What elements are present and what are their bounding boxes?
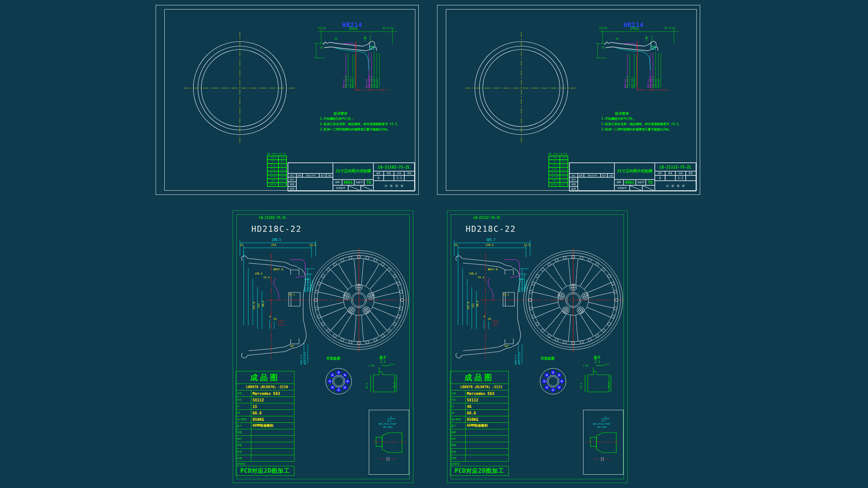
parts-table: 成品图 LB9876（BL9876）-2110 车型Mercedes E63 P… bbox=[236, 371, 294, 476]
tol-cell: ±0.2 bbox=[560, 164, 568, 167]
table-row: 日期 bbox=[236, 455, 294, 462]
dim-overall: 254±1 bbox=[349, 27, 358, 30]
sign-area bbox=[578, 177, 614, 191]
drawing-title: 21寸正向两片式轮辋 bbox=[333, 163, 373, 180]
scale-value: 1:1 bbox=[394, 175, 404, 181]
tol-cell: 角度公差 bbox=[267, 183, 278, 186]
tech-note: 技术要求: bbox=[450, 462, 509, 466]
valve-line-3: (O2-L6D) bbox=[383, 426, 393, 429]
rev-header: 签字 bbox=[319, 173, 326, 177]
tol-cell: <3 bbox=[549, 160, 560, 164]
table-row: 设计载荷850KG bbox=[450, 416, 509, 423]
rev-header: 签字 bbox=[601, 173, 608, 177]
dim-overall: 280.5 bbox=[272, 239, 281, 242]
part-number: LB9876（BL9876）-2111 bbox=[450, 384, 509, 390]
dim-angle-left: 17°±2 bbox=[599, 27, 607, 30]
table-row: 校对 bbox=[450, 436, 509, 442]
sign-row-label: 审核 bbox=[288, 182, 296, 186]
pages-cell: 共 页 第 页 bbox=[655, 181, 696, 191]
dim-flange-right: 13.5 bbox=[309, 244, 316, 247]
dim-inner: 278.2 bbox=[485, 244, 493, 247]
part-number: LB9876（BL9876）-2110 bbox=[236, 384, 294, 390]
row-value: Mercedes E63 bbox=[251, 390, 294, 396]
dim-left-vert-1: 112 bbox=[472, 303, 474, 308]
row-label: 设计载荷 bbox=[236, 416, 251, 422]
material-label: 材料 bbox=[614, 180, 624, 185]
table-row: 审核 bbox=[236, 442, 294, 449]
cap-label: 盖子 bbox=[594, 356, 601, 360]
sign-row-label: 批准 bbox=[288, 186, 296, 191]
row-label: ET bbox=[450, 403, 466, 409]
doc-number: LB-2110Z-75-ZL bbox=[373, 163, 415, 171]
tolerance-table-caption: 附表：其他尺寸未注公差 bbox=[548, 153, 567, 155]
dim-right-dia-0: Φ465.0-0.05 bbox=[519, 278, 521, 292]
cap-dim-1: 5.9 bbox=[390, 363, 394, 366]
barrel-profile bbox=[323, 41, 376, 51]
hub-view-label: 安装盘图 bbox=[541, 357, 555, 360]
row-value bbox=[466, 436, 508, 442]
doc-number: LB-2111Z-75-ZL bbox=[655, 163, 696, 171]
dia-label: Φ508.2±0.4 bbox=[653, 77, 654, 88]
tolerance-table: 尺寸区分 公差 <3±0.1 3-30±0.2 30-60±0.3 60-120… bbox=[548, 156, 568, 187]
tech-notes-title: 技术要求 bbox=[334, 112, 347, 116]
dim-bottom-dia-0: Φ382-0.5 bbox=[515, 355, 517, 365]
dim-flange-left: 15 bbox=[240, 244, 243, 247]
dim-flange-right: 13.5 bbox=[524, 244, 530, 247]
row-value: 5X112 bbox=[466, 397, 508, 403]
tol-cell: 120-300 bbox=[267, 175, 278, 179]
rev-header: 日期 bbox=[326, 173, 333, 177]
row-label: 日期 bbox=[450, 455, 466, 461]
meta-header: 数量 bbox=[686, 171, 696, 175]
dia-label: Φ454.4±0.25 bbox=[345, 75, 347, 88]
dim-small-0: 22 bbox=[601, 47, 604, 49]
row-value bbox=[466, 442, 508, 448]
dim-left-0: 136.4 bbox=[469, 273, 477, 275]
row-label: 批准 bbox=[450, 449, 466, 455]
valve-line-1: 2:1 bbox=[601, 420, 606, 422]
tol-cell: ±1.0 bbox=[278, 179, 286, 183]
cap-dim-0: 2.81 bbox=[583, 364, 588, 367]
row-label: 制图 bbox=[450, 429, 466, 435]
dim-angle-right: 13.5°±1 bbox=[664, 27, 675, 30]
tol-cell: ±0.8 bbox=[278, 175, 286, 179]
meta-header: 版本 bbox=[373, 171, 384, 175]
valve-line-2: Φ15.6*12.5*90° bbox=[379, 423, 396, 425]
pages-cell: 共 页 第 页 bbox=[373, 181, 415, 191]
dim-center-dia: Φ657.9 bbox=[273, 268, 283, 271]
surface-blank bbox=[642, 185, 655, 191]
heat-label: 热处理 bbox=[636, 180, 646, 185]
row-value: 68MM铝板雕刻 bbox=[251, 423, 294, 429]
dim-right-dia-2: Φ490.8-1 bbox=[310, 282, 312, 292]
table-row: 盖子68MM铝板雕刻 bbox=[236, 423, 294, 429]
meta-header: 版本 bbox=[655, 171, 665, 175]
valve-line-2: Φ15.6*12.5*90° bbox=[593, 423, 611, 425]
tol-header: 公差 bbox=[278, 156, 286, 160]
tol-cell: ±0.1 bbox=[560, 160, 568, 164]
row-label: 盖子 bbox=[236, 423, 251, 429]
dim-right-dia-1: Φ451.4-0.05 bbox=[521, 278, 524, 292]
row-value: 5X112 bbox=[251, 397, 294, 403]
dim-mid-0: 74.1 bbox=[503, 294, 509, 296]
tol-cell: ±0.3 bbox=[278, 167, 286, 171]
meta-header: 重量 bbox=[384, 171, 394, 175]
tol-cell: ±0.5° bbox=[560, 183, 568, 186]
row-value bbox=[466, 429, 508, 435]
table-row: 校对 bbox=[236, 436, 294, 442]
tol-cell: <3 bbox=[267, 160, 278, 164]
dim-overall: 305.7 bbox=[486, 239, 495, 242]
row-label: 批准 bbox=[236, 449, 251, 455]
cap-dim-2: 62.5 bbox=[580, 383, 582, 388]
tech-note-line: 3.机加一二序时轮辋内外侧厚加工量不能超出2mm。 bbox=[601, 128, 672, 131]
tol-cell: ±0.2 bbox=[278, 164, 286, 167]
tech-note-line: 2.机加工后去毛刺，锐边倒钝，未注表面粗糙度为 √3.2。 bbox=[320, 123, 400, 126]
dim-left-0: 136.4 bbox=[254, 273, 262, 275]
title-block: 标记 处数 更改文件号 签字 日期 设计 审核 批准 21寸正向两片式轮辋 材料… bbox=[288, 162, 415, 191]
tol-cell: ±1.0 bbox=[560, 179, 568, 183]
table-row: CB66.6 bbox=[236, 410, 294, 416]
tech-note-line: 1.不钻螺栓孔和气门孔； bbox=[601, 117, 636, 120]
rev-header: 日期 bbox=[608, 173, 614, 177]
dim-small-3: 22 bbox=[645, 37, 648, 40]
meta-header: 比例 bbox=[394, 171, 404, 175]
dim-small-3: 22 bbox=[363, 37, 366, 40]
sheet-doc-number: LB-2110Z-75-ZL bbox=[259, 216, 286, 220]
